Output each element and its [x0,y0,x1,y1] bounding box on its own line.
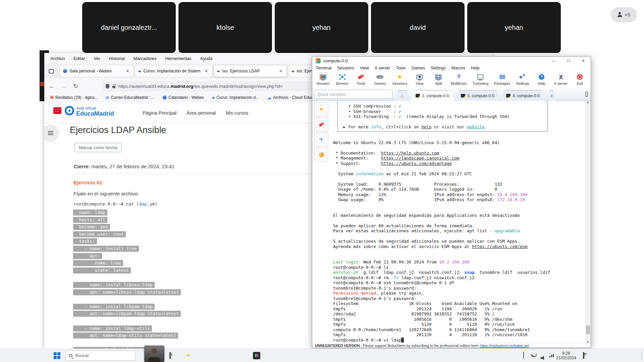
session-tab[interactable]: 4. compute-0-0 [501,90,545,101]
terminal-area[interactable]: ★✈ • SSH compression : ✔ • SSH-browser :… [312,101,591,344]
close-button[interactable]: ✕ [576,57,591,65]
menu-ver[interactable]: Ver [94,56,100,61]
menu-herramientas[interactable]: Herramientas [165,56,191,61]
toolbar-games-button[interactable]: Games [373,72,387,87]
action-center-button[interactable] [583,353,584,359]
firefox-view-button[interactable] [47,67,56,75]
toolbar-settings-button[interactable]: Settings [516,72,529,87]
bookmark-item[interactable]: ☁Archivos - Cloud Educ... [267,95,316,100]
url-bar[interactable]: https://aulavirtual33.educa.madrid.org/i… [102,81,311,91]
toolbar-split-button[interactable]: Split [432,72,445,87]
favorites-star-icon: ★ [319,107,324,112]
browser-tab[interactable]: ◆Curso: Implantación de Sistem✕ [135,65,212,77]
toolbar-x-server-button[interactable]: XX server [554,72,568,87]
participant-tile[interactable]: yehan [467,2,561,53]
toolbar-tools-button[interactable]: Tools [354,72,368,87]
sidebar-pie-button[interactable] [314,147,328,162]
menu-archivo[interactable]: Archivo [50,56,65,61]
bookmark-item[interactable]: ✉Correo EducaMadrid ::... [105,95,155,100]
maximize-button[interactable]: ☐ [561,57,576,65]
mobaxterm-titlebar[interactable]: compute-0-0 — ☐ ✕ [312,57,591,65]
scroll-up-icon[interactable]: ▲ [587,101,589,104]
due-date: Cierre: martes, 27 de febrero de 2024, 2… [74,164,174,169]
mx-menu-view[interactable]: View [360,66,369,70]
tab-close-icon[interactable]: ✕ [204,68,209,74]
taskbar-search[interactable] [66,351,136,361]
mx-menu-macros[interactable]: Macros [451,66,465,70]
forward-icon[interactable]: → [61,83,67,90]
search-input[interactable] [75,353,126,358]
brand[interactable]: EducaMadrid [76,110,114,117]
participant-tile[interactable]: david [371,2,465,53]
toolbar-session-button[interactable]: Session [316,72,330,87]
toolbar-tunneling-button[interactable]: ↔Tunneling [472,72,488,87]
toolbar-servers-button[interactable]: Servers [335,72,349,87]
tray-network[interactable] [549,354,554,357]
toolbar-help-button[interactable]: ?Help [535,72,548,87]
bookmark-item[interactable]: ◆Curso: Implantación d... [212,95,259,100]
moodle-nav-item[interactable]: Mis cursos [226,110,248,116]
participant-tile[interactable]: yehan [275,2,368,53]
drawer-toggle-button[interactable] [44,125,59,141]
bookmark-item[interactable]: Calendario - Webex [163,95,204,100]
shield-icon[interactable] [106,84,109,88]
new-tab-button[interactable]: + [547,90,556,101]
toolbar-sessions-button[interactable]: ★Sessions [392,72,408,87]
mark-done-button[interactable]: Marcar como hecha [74,143,122,152]
mx-menu-tools[interactable]: Tools [396,66,406,70]
yaml-blank-line [73,296,181,303]
toolbar-label: Sessions [392,81,408,85]
session-tab[interactable]: 2. compute-0-0 [411,90,454,101]
menu-editar[interactable]: Editar [73,56,85,61]
mx-menu-settings[interactable]: Settings [431,66,446,70]
chevron-up-icon [523,352,524,358]
participant-tile[interactable]: daniel gonzaleztr... [82,2,176,53]
scrollbar-thumb[interactable] [586,325,590,334]
sidebar-knife-button[interactable] [314,117,328,131]
minimize-button[interactable]: — [546,57,561,65]
browser-tab[interactable]: Sala personal - Webex✕ [60,65,133,77]
terminal-output[interactable]: • SSH compression : ✔ • SSH-browser : ✔ … [333,104,584,344]
quick-connect-input[interactable] [314,90,392,99]
start-button[interactable] [54,352,60,359]
toolbar-exit-button[interactable]: Exit [573,72,587,87]
terminal-scrollbar[interactable]: ▲▼ [585,101,590,344]
session-tab[interactable]: 3. compute-0-0 [456,90,499,101]
mx-menu-help[interactable]: Help [471,66,480,70]
toolbar-packages-button[interactable]: ↓Packages [494,72,510,87]
back-icon[interactable]: ← [49,83,55,90]
moodle-nav-item[interactable]: Página Principal [143,110,176,116]
reload-icon[interactable]: ↻ [73,82,78,90]
browser-tab[interactable]: ◆iso: Ejercicios LDAP✕ [214,65,286,77]
yaml-blank-line [73,274,181,281]
moodle-nav-item[interactable]: Área personal [186,110,216,116]
home-tab[interactable]: ⌂ [395,90,410,101]
tab-close-icon[interactable]: ✕ [278,68,283,74]
bookmark-item[interactable]: MRecibidos (29) - dgtra... [50,95,97,100]
mx-menu-terminal[interactable]: Terminal [316,66,331,70]
mx-menu-games[interactable]: Games [412,66,425,70]
sidebar-star-button[interactable]: ★ [314,102,328,116]
mobaxterm-taskbar-button[interactable] [253,352,260,359]
task-view-button[interactable] [169,353,171,359]
mobatek-link[interactable]: https://mobaxterm.mobatek.net [480,344,529,348]
tray-expand-button[interactable] [523,353,524,359]
paperclip-icon[interactable] [585,92,588,97]
webcam-preview[interactable] [144,346,164,362]
tab-close-icon[interactable]: ✕ [125,68,130,74]
taskbar-clock[interactable]: 9:26 21/02/2024 [556,351,576,360]
tab-separator [57,68,57,74]
mobaxterm-app-icon [316,58,321,63]
sidebar-plane-button[interactable]: ✈ [314,132,328,146]
participants-overflow-badge[interactable]: +5 [611,7,637,21]
educamadrid-logo-icon[interactable] [65,106,74,115]
mx-menu-x-server[interactable]: X server [375,66,390,70]
menu-ayuda[interactable]: Ayuda [200,56,212,61]
menu-marcadores[interactable]: Marcadores [133,56,157,61]
yaml-line: - name: instal libpam-ldap [73,303,181,310]
toolbar-multiexec-button[interactable]: YMultiExec [451,72,467,87]
mx-menu-sessions[interactable]: Sessions [337,66,354,70]
participant-tile[interactable]: ktolse [178,2,272,53]
menu-historial[interactable]: Historial [109,56,125,61]
toolbar-view-button[interactable]: View [413,72,426,87]
